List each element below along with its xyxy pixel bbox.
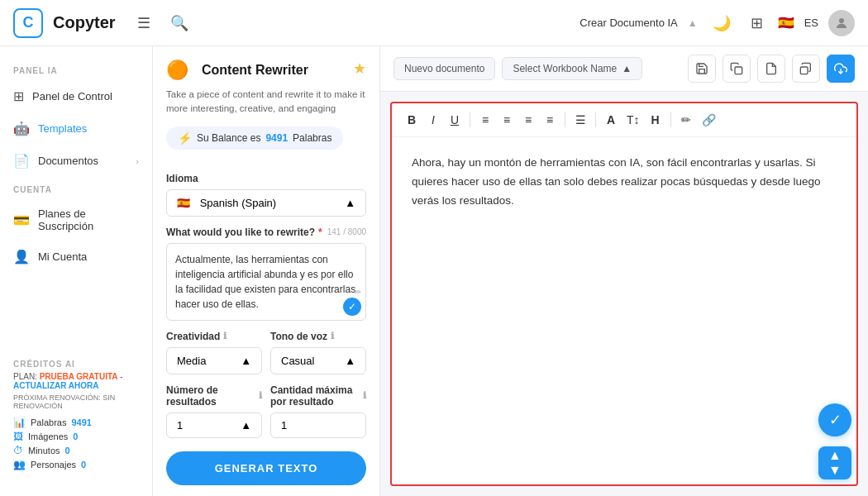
header: C Copyter ☰ 🔍 Crear Documento IA ▲ 🌙 ⊞ 🇪… <box>0 0 868 46</box>
tono-info-icon[interactable]: ℹ <box>331 331 334 341</box>
language-flag: 🇪🇸 <box>778 15 794 31</box>
panel-ia-label: PANEL IA <box>0 66 152 80</box>
sidebar-item-micuenta[interactable]: 👤 Mi Cuenta <box>0 241 152 273</box>
copy-icon-button[interactable] <box>723 55 751 83</box>
num-results-input[interactable]: 1 ▲ <box>166 413 262 438</box>
idioma-flag: 🇪🇸 <box>177 197 190 209</box>
menu-icon[interactable]: ☰ <box>132 9 155 37</box>
num-results-col: Número de resultados ℹ 1 ▲ <box>166 384 262 438</box>
max-result-input[interactable]: 1 <box>270 413 366 438</box>
toolbar-divider-1 <box>470 112 470 127</box>
list-button[interactable]: ☰ <box>570 110 590 130</box>
sidebar-item-documentos[interactable]: 📄 Documentos › <box>0 145 152 177</box>
creatividad-col: Creatividad ℹ Media ▲ <box>166 331 262 374</box>
tono-select[interactable]: Casual ▲ <box>270 347 366 374</box>
sidebar-item-templates[interactable]: 🤖 Templates <box>0 112 152 145</box>
num-results-label: Número de resultados ℹ <box>166 384 262 408</box>
max-result-info-icon[interactable]: ℹ <box>363 390 366 401</box>
num-results-info-icon[interactable]: ℹ <box>259 390 262 401</box>
font-color-button[interactable]: A <box>601 110 621 130</box>
document-icon-button[interactable] <box>757 55 785 83</box>
tool-title: Content Rewriter <box>202 63 308 78</box>
textarea-check-icon[interactable]: ✓ <box>343 298 361 316</box>
micuenta-icon: 👤 <box>13 249 30 265</box>
align-right-button[interactable]: ≡ <box>518 110 538 130</box>
plan-free-link[interactable]: PRUEBA GRATUITA <box>40 372 118 381</box>
crear-documento-label: Crear Documento IA <box>579 17 678 29</box>
char-count: 141 / 8000 <box>327 227 366 236</box>
language-code: ES <box>804 17 818 29</box>
tool-header: 🟠 Content Rewriter ★ <box>166 60 366 81</box>
darkmode-icon[interactable]: 🌙 <box>708 9 736 37</box>
logo-icon: C <box>13 8 43 38</box>
balance-badge: ⚡ Su Balance es 9491 Palabras <box>166 126 343 150</box>
rewrite-label: What would you like to rewrite? * 141 / … <box>166 227 366 238</box>
editor-text: Ahora, hay un montón de herramientas con… <box>412 154 837 211</box>
creatividad-tono-row: Creatividad ℹ Media ▲ Tono de voz ℹ Casu… <box>166 331 366 374</box>
toolbar-divider-2 <box>565 112 565 127</box>
fullscreen-icon[interactable]: ⊞ <box>746 9 768 37</box>
max-result-label: Cantidad máxima por resultado ℹ <box>270 384 366 408</box>
tool-icon: 🟠 <box>166 60 188 81</box>
favorite-star-icon[interactable]: ★ <box>353 60 366 78</box>
creatividad-value: Media <box>177 355 206 367</box>
underline-button[interactable]: U <box>445 110 465 130</box>
italic-button[interactable]: I <box>423 110 443 130</box>
tool-description: Take a piece of content and rewrite it t… <box>166 88 366 117</box>
renew-text: PRÓXIMA RENOVACIÓN: SIN RENOVACIÓN <box>13 393 139 410</box>
text-size-button[interactable]: T↕ <box>622 110 644 130</box>
link-button[interactable]: 🔗 <box>698 110 720 130</box>
svg-rect-2 <box>800 67 808 74</box>
bold-button[interactable]: B <box>402 110 422 130</box>
workbook-chevron-icon: ▲ <box>622 63 632 74</box>
heading-button[interactable]: H <box>646 110 665 130</box>
suscripcion-icon: 💳 <box>13 212 30 228</box>
save-icon-button[interactable] <box>688 55 716 83</box>
svg-rect-1 <box>735 67 742 74</box>
generar-texto-button[interactable]: GENERAR TEXTO <box>166 451 366 485</box>
credits-section: CRÉDITOS AI PLAN: PRUEBA GRATUITA - ACTU… <box>0 343 152 483</box>
rewrite-textarea[interactable]: Actualmente, las herramientas con inteli… <box>166 243 366 321</box>
idioma-select[interactable]: 🇪🇸 Spanish (Spain) ▲ <box>166 189 366 217</box>
logo-name: Copyter <box>53 13 116 32</box>
workbook-select-button[interactable]: Select Workbook Name ▲ <box>502 57 642 80</box>
duplicate-icon-button[interactable] <box>792 55 820 83</box>
export-icon-button[interactable] <box>827 55 855 83</box>
tono-chevron-icon: ▲ <box>345 355 355 367</box>
justify-button[interactable]: ≡ <box>540 110 560 130</box>
float-check-button[interactable]: ✓ <box>818 403 851 436</box>
svg-point-0 <box>839 18 844 23</box>
palabras-icon: 📊 <box>13 417 26 428</box>
float-scroll-button[interactable]: ▲▼ <box>818 446 851 479</box>
imagenes-icon: 🖼 <box>13 431 23 442</box>
user-avatar[interactable] <box>828 10 855 36</box>
creatividad-info-icon[interactable]: ℹ <box>223 331 227 341</box>
search-icon[interactable]: 🔍 <box>165 9 193 37</box>
sidebar-item-label: Documentos <box>38 155 98 167</box>
num-results-chevron-icon: ▲ <box>241 419 251 432</box>
lightning-icon: ⚡ <box>178 131 192 145</box>
body-layout: PANEL IA ⊞ Panel de Control 🤖 Templates … <box>0 46 868 496</box>
max-result-col: Cantidad máxima por resultado ℹ 1 <box>270 384 366 438</box>
workbook-label: Select Workbook Name <box>513 63 617 74</box>
max-result-value: 1 <box>281 419 287 432</box>
personajes-icon: 👥 <box>13 459 26 470</box>
sidebar-item-label: Panel de Control <box>32 90 112 103</box>
creatividad-select[interactable]: Media ▲ <box>166 347 262 374</box>
sidebar-item-suscripcion[interactable]: 💳 Planes de Suscripción <box>0 199 152 241</box>
editor-content[interactable]: Ahora, hay un montón de herramientas con… <box>392 137 856 484</box>
templates-icon: 🤖 <box>13 121 30 136</box>
edit-icon[interactable]: ✏ <box>354 287 361 298</box>
align-center-button[interactable]: ≡ <box>497 110 517 130</box>
tono-col: Tono de voz ℹ Casual ▲ <box>270 331 366 374</box>
plan-update-link[interactable]: ACTUALIZAR AHORA <box>13 381 99 390</box>
creditos-ai-label: CRÉDITOS AI <box>13 360 139 369</box>
sidebar-item-panel[interactable]: ⊞ Panel de Control <box>0 80 152 112</box>
num-results-row: Número de resultados ℹ 1 ▲ Cantidad máxi… <box>166 384 366 438</box>
right-panel: Nuevo documento Select Workbook Name ▲ <box>380 46 868 496</box>
doc-title-button[interactable]: Nuevo documento <box>393 57 495 80</box>
align-left-button[interactable]: ≡ <box>475 110 495 130</box>
middle-panel: 🟠 Content Rewriter ★ Take a piece of con… <box>153 46 380 496</box>
credit-imagenes: 🖼 Imágenes 0 <box>13 431 139 442</box>
pen-button[interactable]: ✏ <box>676 110 696 130</box>
